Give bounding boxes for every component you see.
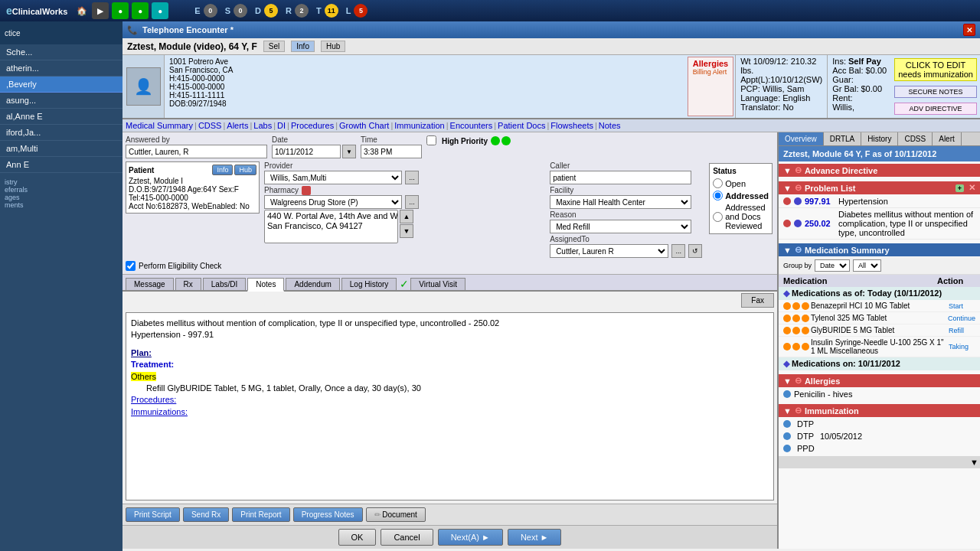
assigned-to-select[interactable]: Cuttler, Lauren R (550, 244, 668, 258)
pharmacy-address-select[interactable]: 440 W. Portal Ave, 14th Ave and W Portal… (264, 210, 398, 243)
nav-labs[interactable]: Labs (253, 121, 272, 130)
nav-encounters[interactable]: Encounters (450, 121, 493, 130)
nav-cdss[interactable]: CDSS (198, 121, 222, 130)
medication-collapse[interactable]: ▼ (783, 246, 792, 255)
assigned-search-button[interactable]: ... (671, 244, 685, 258)
status-icon-3[interactable]: ● (152, 2, 168, 19)
click-to-edit-button[interactable]: CLICK TO EDIT needs immunization (894, 58, 977, 81)
immunizations-link[interactable]: Immunizations: (131, 407, 188, 416)
sidebar-item-atherin[interactable]: atherin... (0, 60, 122, 77)
status-icon-2[interactable]: ● (132, 2, 149, 19)
right-tab-history[interactable]: History (861, 132, 898, 145)
right-tab-alert[interactable]: Alert (933, 132, 962, 145)
sidebar-item-sam[interactable]: am,Multi (0, 141, 122, 157)
nav-medical-summary[interactable]: Medical Summary (126, 121, 193, 130)
nav-growth-chart[interactable]: Growth Chart (339, 121, 389, 130)
nav-icon-1[interactable]: ▶ (92, 2, 109, 19)
badge-d[interactable]: 5 (264, 4, 278, 18)
pharmacy-scroll-down[interactable]: ▼ (400, 224, 413, 238)
nav-flowsheets[interactable]: Flowsheets (550, 121, 593, 130)
header-tab-info[interactable]: Info (291, 41, 315, 52)
sidebar-item-alanne[interactable]: al,Anne E (0, 109, 122, 125)
badge-t[interactable]: 11 (325, 4, 338, 18)
next-a-button[interactable]: Next(A) ► (438, 529, 503, 546)
procedures-link[interactable]: Procedures: (131, 395, 176, 404)
nav-procedures[interactable]: Procedures (291, 121, 334, 130)
right-tab-cdss[interactable]: CDSS (898, 132, 933, 145)
sidebar-item-asung[interactable]: asung... (0, 93, 122, 109)
tab-rx[interactable]: Rx (175, 278, 201, 290)
send-rx-button[interactable]: Send Rx (183, 507, 229, 522)
status-addressed-docs-radio[interactable] (713, 212, 723, 222)
time-input[interactable] (361, 145, 422, 158)
tab-labs-di[interactable]: Labs/DI (203, 278, 246, 290)
header-tab-sel[interactable]: Sel (263, 41, 285, 52)
fax-button[interactable]: Fax (741, 293, 774, 308)
pharmacy-search-button[interactable]: ... (405, 195, 419, 209)
sidebar-item-sche[interactable]: Sche... (0, 44, 122, 60)
window-close-button[interactable]: ✕ (963, 24, 975, 36)
sidebar-item-ann2[interactable]: Ann E (0, 157, 122, 173)
nav-immunization[interactable]: Immunization (394, 121, 444, 130)
answered-by-input[interactable] (126, 145, 267, 158)
problem-list-collapse[interactable]: ▼ (783, 184, 792, 193)
date-picker-button[interactable]: ▼ (342, 145, 356, 158)
status-addressed-docs-option[interactable]: Addressedand DocsReviewed (713, 203, 769, 230)
adv-directive-button[interactable]: ADV DIRECTIVE (894, 103, 977, 115)
assigned-refresh-button[interactable]: ↺ (688, 244, 702, 258)
pharmacy-scroll-up[interactable]: ▲ (400, 210, 413, 223)
status-open-option[interactable]: Open (713, 178, 769, 188)
status-addressed-radio[interactable] (713, 191, 723, 201)
print-script-button[interactable]: Print Script (126, 507, 180, 522)
tab-notes[interactable]: Notes (247, 278, 284, 292)
badge-s[interactable]: 0 (234, 4, 247, 18)
tab-addendum[interactable]: Addendum (286, 278, 339, 290)
tab-log-history[interactable]: Log History (341, 278, 397, 290)
allergies-collapse[interactable]: ▼ (783, 377, 792, 386)
advance-directive-collapse[interactable]: ▼ (783, 166, 792, 175)
ok-button[interactable]: OK (338, 529, 377, 546)
panel-scroll-down[interactable]: ▼ (970, 458, 978, 467)
status-icon-1[interactable]: ● (112, 2, 129, 19)
status-addressed-option[interactable]: Addressed (713, 191, 769, 201)
group-by-select[interactable]: Date (815, 259, 850, 272)
med-name-1: Benazepril HCI 10 MG Tablet (811, 302, 947, 310)
nav-notes[interactable]: Notes (599, 121, 621, 130)
caller-input[interactable] (550, 171, 691, 184)
provider-select[interactable]: Willis, Sam,Multi (264, 171, 402, 184)
sidebar-item-iford[interactable]: iford,Ja... (0, 125, 122, 141)
info-button[interactable]: Info (212, 165, 233, 175)
cancel-button[interactable]: Cancel (381, 529, 433, 546)
high-priority-checkbox[interactable] (426, 135, 436, 145)
provider-search-button[interactable]: ... (405, 171, 419, 184)
right-tab-overview[interactable]: Overview (779, 132, 824, 145)
reason-select[interactable]: Med Refill (550, 220, 691, 233)
problem-list-edit-button[interactable]: ✕ (969, 183, 975, 193)
hub-button[interactable]: Hub (234, 165, 256, 175)
print-report-button[interactable]: Print Report (232, 507, 289, 522)
show-select[interactable]: All (853, 259, 881, 272)
badge-e[interactable]: 0 (204, 4, 217, 18)
header-tab-hub[interactable]: Hub (321, 41, 345, 52)
nav-di[interactable]: DI (277, 121, 286, 130)
immunization-collapse[interactable]: ▼ (783, 406, 792, 416)
sidebar-item-ann[interactable]: ,Beverly (0, 77, 122, 93)
notes-area[interactable]: Diabetes mellitus without mention of com… (126, 312, 774, 500)
badge-l[interactable]: 5 (354, 4, 368, 18)
progress-notes-button[interactable]: Progress Notes (293, 507, 363, 522)
right-tab-drtla[interactable]: DRTLA (824, 132, 862, 145)
problem-list-add-button[interactable]: + (956, 184, 964, 192)
pharmacy-select[interactable]: Walgreens Drug Store (P) (264, 195, 402, 209)
nav-alerts[interactable]: Alerts (227, 121, 248, 130)
eligibility-checkbox[interactable] (126, 261, 136, 271)
tab-virtual-visit[interactable]: Virtual Visit (410, 278, 466, 290)
facility-select[interactable]: Maxine Hall Health Center (550, 195, 691, 209)
document-button[interactable]: ✏ Document (366, 507, 426, 522)
badge-r[interactable]: 2 (295, 4, 309, 18)
status-open-radio[interactable] (713, 178, 723, 188)
next-button[interactable]: Next ► (508, 529, 562, 546)
date-input[interactable] (272, 145, 341, 158)
nav-patient-docs[interactable]: Patient Docs (498, 121, 545, 130)
secure-notes-button[interactable]: SECURE NOTES (894, 86, 977, 98)
tab-message[interactable]: Message (126, 278, 174, 290)
